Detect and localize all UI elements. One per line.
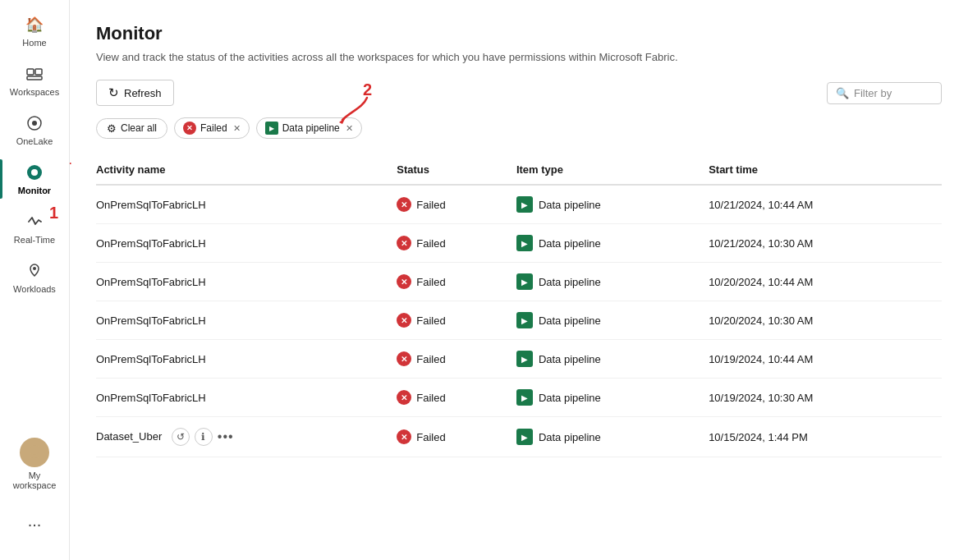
pipeline-icon: ▶ bbox=[516, 273, 533, 290]
datapipeline-chip-close[interactable]: ✕ bbox=[346, 123, 353, 134]
svg-rect-0 bbox=[27, 69, 34, 75]
activity-name: OnPremSqlToFabricLH bbox=[96, 314, 206, 327]
monitor-icon bbox=[25, 163, 44, 182]
table-row[interactable]: OnPremSqlToFabricLH ✕ Failed ▶ Data pipe… bbox=[96, 379, 942, 417]
col-activity-name: Activity name bbox=[96, 155, 397, 185]
table-row[interactable]: OnPremSqlToFabricLH ✕ Failed ▶ Data pipe… bbox=[96, 185, 942, 224]
activity-name: OnPremSqlToFabricLH bbox=[96, 199, 206, 211]
status-label: Failed bbox=[416, 276, 445, 288]
failed-icon: ✕ bbox=[397, 236, 411, 250]
failed-icon: ✕ bbox=[397, 429, 411, 444]
status-cell: ✕ Failed bbox=[397, 417, 516, 457]
activity-name: OnPremSqlToFabricLH bbox=[96, 237, 206, 250]
item-type: ▶ Data pipeline bbox=[516, 312, 699, 328]
search-icon: 🔍 bbox=[836, 87, 849, 99]
sidebar-item-onelake[interactable]: OneLake bbox=[0, 105, 69, 154]
avatar bbox=[20, 438, 49, 467]
datapipeline-chip-label: Data pipeline bbox=[282, 122, 340, 134]
activity-name-cell: OnPremSqlToFabricLH bbox=[96, 263, 397, 301]
item-type-label: Data pipeline bbox=[539, 314, 601, 327]
activity-name: OnPremSqlToFabricLH bbox=[96, 392, 206, 404]
clear-all-button[interactable]: ⚙ Clear all bbox=[96, 118, 167, 139]
svg-point-4 bbox=[32, 121, 37, 126]
more-button[interactable]: ... bbox=[21, 505, 48, 537]
item-type-cell: ▶ Data pipeline bbox=[516, 379, 709, 417]
page-title: Monitor bbox=[96, 23, 942, 44]
activity-name: Dataset_Uber bbox=[96, 430, 162, 443]
sidebar-item-home[interactable]: 🏠 Home bbox=[0, 7, 69, 56]
svg-point-7 bbox=[33, 267, 36, 270]
sidebar-item-label: Home bbox=[22, 38, 46, 48]
filter-icon: ⚙ bbox=[107, 122, 117, 135]
start-time-cell: 10/21/2024, 10:44 AM bbox=[709, 185, 942, 224]
failed-icon: ✕ bbox=[397, 274, 411, 289]
home-icon: 🏠 bbox=[25, 15, 44, 34]
item-type: ▶ Data pipeline bbox=[516, 273, 699, 290]
sidebar: 🏠 Home Workspaces OneLake Moni bbox=[0, 0, 70, 560]
sidebar-item-realtime[interactable]: Real-Time bbox=[0, 204, 69, 253]
sidebar-item-myworkspace[interactable]: My workspace bbox=[0, 429, 69, 498]
filter-chip-failed[interactable]: ✕ Failed ✕ bbox=[174, 117, 250, 139]
sidebar-item-label: Real-Time bbox=[14, 235, 55, 245]
data-table: Activity name Status Item type Start tim… bbox=[96, 155, 942, 457]
sidebar-item-workspaces[interactable]: Workspaces bbox=[0, 56, 69, 105]
table-header: Activity name Status Item type Start tim… bbox=[96, 155, 942, 185]
status-badge: ✕ Failed bbox=[397, 197, 507, 212]
item-type: ▶ Data pipeline bbox=[516, 351, 699, 367]
status-cell: ✕ Failed bbox=[397, 185, 516, 224]
status-cell: ✕ Failed bbox=[397, 379, 516, 417]
workloads-icon bbox=[25, 261, 44, 281]
col-status: Status bbox=[397, 155, 516, 185]
more-options-icon[interactable]: ••• bbox=[218, 429, 234, 444]
pipeline-icon: ▶ bbox=[516, 312, 533, 328]
failed-icon: ✕ bbox=[397, 313, 411, 328]
sidebar-item-monitor[interactable]: Monitor bbox=[0, 154, 69, 204]
sidebar-item-workloads[interactable]: Workloads bbox=[0, 253, 69, 302]
status-badge: ✕ Failed bbox=[397, 390, 507, 405]
table-row[interactable]: OnPremSqlToFabricLH ✕ Failed ▶ Data pipe… bbox=[96, 224, 942, 263]
failed-chip-close[interactable]: ✕ bbox=[233, 123, 241, 134]
sidebar-item-label: Monitor bbox=[18, 186, 51, 195]
item-type: ▶ Data pipeline bbox=[516, 196, 699, 213]
table-row[interactable]: Dataset_Uber ↺ ℹ ••• ✕ Failed ▶ Data pip… bbox=[96, 417, 942, 457]
col-start-time: Start time bbox=[709, 155, 942, 185]
activity-name-cell: OnPremSqlToFabricLH bbox=[96, 224, 397, 263]
pipeline-icon: ▶ bbox=[516, 351, 533, 367]
sidebar-item-label: OneLake bbox=[16, 136, 53, 146]
status-badge: ✕ Failed bbox=[397, 429, 507, 444]
item-type-label: Data pipeline bbox=[539, 276, 601, 288]
activity-name-cell: OnPremSqlToFabricLH bbox=[96, 379, 397, 417]
toolbar: ↻ Refresh 🔍 Filter by bbox=[96, 80, 942, 106]
table-row[interactable]: OnPremSqlToFabricLH ✕ Failed ▶ Data pipe… bbox=[96, 301, 942, 340]
start-time-cell: 10/20/2024, 10:30 AM bbox=[709, 301, 942, 340]
status-cell: ✕ Failed bbox=[397, 340, 516, 379]
item-type-cell: ▶ Data pipeline bbox=[516, 340, 709, 379]
status-label: Failed bbox=[416, 237, 445, 250]
realtime-icon bbox=[25, 212, 44, 232]
status-label: Failed bbox=[416, 199, 445, 211]
activity-name-cell: Dataset_Uber ↺ ℹ ••• bbox=[96, 417, 397, 457]
info-icon[interactable]: ℹ bbox=[195, 428, 213, 446]
retry-icon[interactable]: ↺ bbox=[172, 428, 190, 446]
refresh-button[interactable]: ↻ Refresh bbox=[96, 80, 174, 106]
table-row[interactable]: OnPremSqlToFabricLH ✕ Failed ▶ Data pipe… bbox=[96, 340, 942, 379]
item-type-cell: ▶ Data pipeline bbox=[516, 417, 709, 457]
status-badge: ✕ Failed bbox=[397, 274, 507, 289]
page-subtitle: View and track the status of the activit… bbox=[96, 51, 942, 63]
start-time-cell: 10/19/2024, 10:30 AM bbox=[709, 379, 942, 417]
start-time-cell: 10/15/2024, 1:44 PM bbox=[709, 417, 942, 457]
filter-bar[interactable]: 🔍 Filter by bbox=[827, 82, 942, 104]
item-type-label: Data pipeline bbox=[539, 237, 601, 250]
status-cell: ✕ Failed bbox=[397, 301, 516, 340]
filter-chip-datapipeline[interactable]: ▶ Data pipeline ✕ bbox=[256, 117, 362, 139]
failed-icon: ✕ bbox=[397, 390, 411, 405]
item-type-cell: ▶ Data pipeline bbox=[516, 224, 709, 263]
table-row[interactable]: OnPremSqlToFabricLH ✕ Failed ▶ Data pipe… bbox=[96, 263, 942, 301]
item-type-cell: ▶ Data pipeline bbox=[516, 263, 709, 301]
item-type-label: Data pipeline bbox=[539, 199, 601, 211]
failed-chip-label: Failed bbox=[200, 122, 227, 134]
svg-point-9 bbox=[26, 457, 43, 465]
annotation-arrow-1: ←1 bbox=[70, 149, 71, 168]
failed-chip-icon: ✕ bbox=[183, 122, 196, 135]
onelake-icon bbox=[25, 113, 44, 133]
